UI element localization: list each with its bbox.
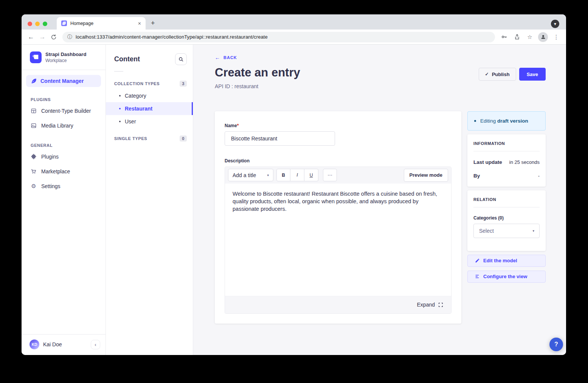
status-dot-icon — [474, 120, 476, 122]
sidebar-item-content-type-builder[interactable]: Content-Type Builder — [26, 104, 101, 118]
editor-toolbar: Add a title ▾ B I U ⋯ Preview mode — [225, 167, 451, 184]
back-icon[interactable]: ← — [25, 33, 37, 41]
password-key-icon[interactable] — [498, 34, 510, 40]
main-content: ← BACK Create an entry API ID : restaura… — [193, 45, 566, 355]
description-field-label: Description — [225, 158, 451, 163]
user-row: KD Kai Doe ‹ — [22, 334, 105, 355]
relation-heading: RELATION — [473, 197, 540, 202]
edit-model-label: Edit the model — [483, 258, 517, 263]
browser-window: Homepage × + ▾ ← → ⓘ localhost:1337/admi… — [22, 14, 566, 355]
sidebar-item-settings[interactable]: ⚙ Settings — [26, 179, 101, 193]
bold-button[interactable]: B — [276, 169, 290, 181]
required-asterisk: * — [237, 123, 239, 128]
maximize-window-button[interactable] — [43, 22, 47, 26]
browser-update-icon[interactable]: ▾ — [551, 20, 559, 28]
check-icon: ✓ — [485, 72, 489, 77]
draft-status-badge: Editing draft version — [467, 111, 546, 131]
expand-icon[interactable] — [438, 302, 443, 307]
subnav-item-user[interactable]: User — [106, 115, 193, 128]
group-heading-label: COLLECTION TYPES — [114, 81, 160, 86]
avatar[interactable]: KD — [29, 339, 39, 349]
info-value: - — [538, 173, 540, 179]
editor-footer: Expand — [225, 296, 451, 313]
brand-title: Strapi Dashboard — [45, 51, 86, 57]
puzzle-icon — [31, 154, 37, 160]
bullet-icon — [119, 95, 121, 97]
sidebar-item-marketplace[interactable]: Marketplace — [26, 164, 101, 179]
bookmark-star-icon[interactable]: ☆ — [524, 34, 536, 40]
expand-label[interactable]: Expand — [417, 302, 435, 308]
description-textarea[interactable]: Welcome to Biscotte restaurant! Restaura… — [225, 184, 451, 296]
subnav-header: Content — [106, 45, 193, 69]
sidebar-item-label: Media Library — [41, 123, 73, 129]
share-icon[interactable] — [511, 34, 523, 40]
workspace-brand[interactable]: Strapi Dashboard Workplace — [22, 45, 105, 70]
search-button[interactable] — [175, 53, 187, 65]
browser-profile-avatar[interactable] — [538, 32, 548, 42]
tab-title: Homepage — [70, 21, 135, 26]
edit-model-button[interactable]: Edit the model — [467, 255, 546, 267]
title-style-value: Add a title — [233, 172, 256, 178]
draft-bold-text: draft version — [497, 118, 528, 124]
collapse-sidebar-button[interactable]: ‹ — [91, 340, 100, 349]
configure-view-button[interactable]: Configure the view — [467, 271, 546, 283]
sidebar-item-label: Plugins — [41, 154, 59, 160]
title-style-dropdown[interactable]: Add a title ▾ — [228, 169, 273, 181]
publish-button[interactable]: ✓ Publish — [479, 68, 516, 81]
address-bar-actions: ☆ ⋮ — [498, 32, 562, 42]
refresh-icon[interactable] — [48, 34, 59, 40]
minimize-window-button[interactable] — [35, 22, 40, 26]
subnav-item-label: User — [125, 118, 136, 125]
header-actions: ✓ Publish Save — [479, 68, 546, 81]
name-input[interactable] — [225, 131, 335, 146]
strapi-favicon-icon — [61, 20, 67, 26]
categories-select[interactable]: Select ▾ — [473, 224, 540, 238]
preview-mode-button[interactable]: Preview mode — [404, 169, 448, 182]
site-info-icon[interactable]: ⓘ — [67, 34, 72, 40]
sidebar-nav: Content Manager PLUGINS Content-Type Bui… — [22, 70, 105, 334]
relation-card: RELATION Categories (0) Select ▾ — [467, 190, 546, 251]
name-field-label: Name* — [225, 123, 239, 128]
back-link[interactable]: ← BACK — [215, 54, 237, 61]
list-icon — [475, 274, 480, 279]
draft-prefix: Editing — [480, 118, 496, 124]
single-types-heading: SINGLE TYPES 0 — [106, 135, 193, 142]
underline-button[interactable]: U — [304, 169, 318, 181]
sidebar-item-media-library[interactable]: Media Library — [26, 118, 101, 133]
new-tab-button[interactable]: + — [146, 17, 160, 30]
info-label: Last update — [473, 159, 502, 165]
strapi-app: Strapi Dashboard Workplace Content Manag… — [22, 45, 566, 355]
api-id-subtitle: API ID : restaurant — [215, 83, 300, 89]
content-row: Name* Description Add a title ▾ B — [215, 111, 546, 324]
draft-status-text: Editing draft version — [480, 118, 528, 124]
sidebar-item-plugins[interactable]: Plugins — [26, 149, 101, 164]
sidebar-item-label: Settings — [41, 183, 61, 189]
close-tab-icon[interactable]: × — [138, 21, 141, 26]
help-button[interactable]: ? — [549, 338, 563, 351]
window-controls — [28, 22, 47, 26]
save-button[interactable]: Save — [519, 68, 546, 81]
subnav-item-category[interactable]: Category — [106, 89, 193, 102]
count-badge: 0 — [180, 135, 187, 142]
address-bar: ← → ⓘ localhost:1337/admin/content-manag… — [22, 30, 566, 45]
image-icon — [31, 123, 37, 129]
sidebar-item-label: Content-Type Builder — [41, 108, 91, 114]
subnav-item-label: Category — [125, 93, 146, 99]
entry-aside: Editing draft version INFORMATION Last u… — [467, 111, 546, 283]
subnav-item-label: Restaurant — [125, 106, 152, 112]
back-label: BACK — [223, 55, 237, 60]
browser-tab[interactable]: Homepage × — [57, 17, 146, 30]
close-window-button[interactable] — [28, 22, 32, 26]
url-box[interactable]: ⓘ localhost:1337/admin/content-manager/c… — [62, 32, 495, 42]
italic-button[interactable]: I — [290, 169, 304, 181]
browser-menu-icon[interactable]: ⋮ — [550, 34, 562, 40]
url-text[interactable]: localhost:1337/admin/content-manager/col… — [76, 34, 268, 40]
info-value: in 25 seconds — [509, 159, 540, 165]
more-formats-button[interactable]: ⋯ — [323, 169, 337, 181]
subnav-item-restaurant[interactable]: Restaurant — [106, 102, 193, 115]
sidebar-item-content-manager[interactable]: Content Manager — [26, 75, 101, 87]
information-card: INFORMATION Last update in 25 seconds By… — [467, 134, 546, 187]
search-icon — [178, 57, 184, 62]
info-label: By — [473, 173, 480, 179]
rich-text-editor: Add a title ▾ B I U ⋯ Preview mode Wel — [225, 167, 451, 314]
